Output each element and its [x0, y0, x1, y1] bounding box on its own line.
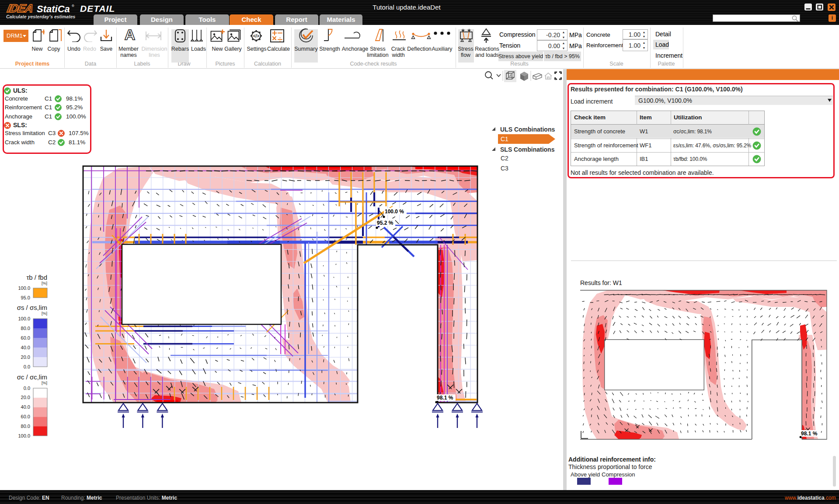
svg-text:95.2 %: 95.2 %: [377, 220, 393, 226]
svg-text:τb / fbd: τb / fbd: [26, 275, 47, 281]
svg-text:40.0: 40.0: [21, 404, 30, 410]
svg-text:95.2%: 95.2%: [66, 104, 83, 111]
svg-text:ULS:: ULS:: [13, 87, 28, 94]
svg-text:C1: C1: [45, 104, 52, 111]
svg-text:100.0 %: 100.0 %: [385, 209, 404, 215]
svg-text:98.1 %: 98.1 %: [437, 395, 453, 401]
svg-text:σc / σc,lim: σc / σc,lim: [17, 373, 47, 381]
svg-text:</>: </>: [253, 34, 260, 38]
svg-text:80.0: 80.0: [21, 424, 30, 429]
svg-text:®: ®: [72, 4, 74, 8]
svg-text:Anchorage: Anchorage: [5, 113, 32, 120]
svg-text:107.5%: 107.5%: [69, 130, 89, 136]
svg-text:C2: C2: [48, 139, 56, 146]
svg-text:[%]: [%]: [42, 281, 47, 285]
svg-text:100.0: 100.0: [18, 433, 30, 438]
svg-text:0.0: 0.0: [24, 364, 30, 369]
svg-text:StatiCa: StatiCa: [37, 3, 70, 14]
svg-text:40.0: 40.0: [21, 345, 30, 350]
svg-text:80.0: 80.0: [21, 326, 30, 331]
svg-text:20.0: 20.0: [21, 355, 30, 360]
svg-text:C1: C1: [45, 95, 52, 102]
svg-text:100.0: 100.0: [18, 285, 30, 291]
svg-text:[%]: [%]: [42, 311, 47, 316]
svg-text:95.0: 95.0: [21, 295, 30, 300]
svg-text:A: A: [125, 28, 136, 42]
svg-text:60.0: 60.0: [21, 414, 30, 419]
svg-text:20.0: 20.0: [21, 395, 30, 400]
svg-text:Concrete: Concrete: [5, 95, 28, 102]
svg-text:[%]: [%]: [42, 381, 47, 385]
svg-text:C1: C1: [501, 136, 508, 143]
svg-text:Crack width: Crack width: [5, 139, 35, 146]
svg-text:IDEA: IDEA: [6, 2, 34, 15]
svg-text:C1: C1: [45, 113, 52, 120]
svg-text:Reinforcement: Reinforcement: [5, 104, 42, 111]
svg-text:C3: C3: [48, 130, 56, 136]
svg-text:60.0: 60.0: [21, 335, 30, 341]
svg-text:SLS:: SLS:: [13, 122, 27, 129]
svg-text:σs / σs,lim: σs / σs,lim: [17, 304, 47, 311]
svg-text:98.1 %: 98.1 %: [801, 431, 818, 437]
svg-text:Stress limitation: Stress limitation: [5, 130, 45, 136]
svg-text:0.0: 0.0: [24, 386, 30, 391]
svg-text:98.1%: 98.1%: [66, 95, 83, 102]
svg-text:100.0%: 100.0%: [66, 113, 86, 120]
svg-text:81.1%: 81.1%: [69, 139, 85, 146]
svg-text:100.0: 100.0: [18, 316, 30, 321]
